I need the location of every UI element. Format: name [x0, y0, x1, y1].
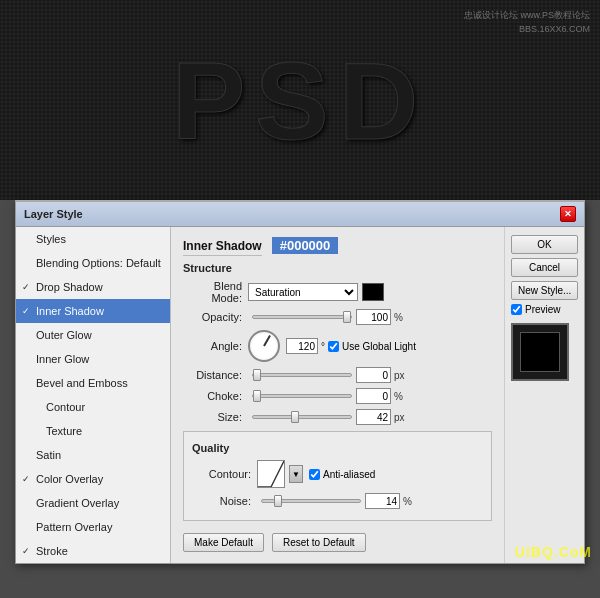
- right-panel: OK Cancel New Style... Preview: [504, 227, 584, 563]
- preview-label-text: Preview: [525, 304, 561, 315]
- anti-aliased-text: Anti-aliased: [323, 469, 375, 480]
- distance-input[interactable]: [356, 367, 391, 383]
- blend-mode-select[interactable]: Saturation Normal Multiply: [248, 283, 358, 301]
- contour-label: Contour:: [192, 468, 257, 480]
- choke-slider[interactable]: [252, 394, 352, 398]
- sidebar-item-styles[interactable]: Styles: [16, 227, 170, 251]
- dialog-titlebar: Layer Style ✕: [16, 202, 584, 227]
- choke-row: Choke: %: [183, 388, 492, 404]
- opacity-thumb[interactable]: [343, 311, 351, 323]
- noise-row: Noise: %: [192, 493, 483, 509]
- quality-title: Quality: [192, 442, 483, 454]
- size-label: Size:: [183, 411, 248, 423]
- angle-label: Angle:: [183, 340, 248, 352]
- distance-thumb[interactable]: [253, 369, 261, 381]
- sidebar-item-color-overlay[interactable]: Color Overlay: [16, 467, 170, 491]
- choke-label: Choke:: [183, 390, 248, 402]
- reset-default-button[interactable]: Reset to Default: [272, 533, 366, 552]
- size-unit: px: [394, 412, 405, 423]
- svg-rect-0: [258, 461, 284, 487]
- layer-style-dialog: Layer Style ✕ Styles Blending Options: D…: [15, 200, 585, 564]
- preview-checkbox[interactable]: [511, 304, 522, 315]
- size-thumb[interactable]: [291, 411, 299, 423]
- dial-line: [263, 335, 271, 346]
- sidebar-item-gradient-overlay[interactable]: Gradient Overlay: [16, 491, 170, 515]
- noise-label: Noise:: [192, 495, 257, 507]
- noise-input[interactable]: [365, 493, 400, 509]
- preview-checkbox-label[interactable]: Preview: [511, 304, 578, 315]
- choke-input[interactable]: [356, 388, 391, 404]
- preview-swatch-inner: [520, 332, 560, 372]
- opacity-unit: %: [394, 312, 403, 323]
- distance-unit: px: [394, 370, 405, 381]
- opacity-slider[interactable]: [252, 315, 352, 319]
- contour-svg: [258, 461, 284, 487]
- dialog-wrapper: Layer Style ✕ Styles Blending Options: D…: [0, 200, 600, 564]
- size-input[interactable]: [356, 409, 391, 425]
- contour-dropdown-arrow[interactable]: ▼: [289, 465, 303, 483]
- choke-unit: %: [394, 391, 403, 402]
- degree-symbol: °: [321, 341, 325, 352]
- sidebar-item-drop-shadow[interactable]: Drop Shadow: [16, 275, 170, 299]
- sidebar-item-stroke[interactable]: Stroke: [16, 539, 170, 563]
- quality-section: Quality Contour: ▼: [183, 431, 492, 521]
- global-light-checkbox[interactable]: [328, 341, 339, 352]
- preview-psd-text: PSD: [172, 37, 428, 164]
- choke-thumb[interactable]: [253, 390, 261, 402]
- blend-color-swatch[interactable]: [362, 283, 384, 301]
- watermark-top: 忠诚设计论坛 www.PS教程论坛 BBS.16XX6.COM: [464, 8, 590, 36]
- hex-badge: #000000: [272, 237, 339, 254]
- dialog-body: Styles Blending Options: Default Drop Sh…: [16, 227, 584, 563]
- sidebar-item-inner-shadow[interactable]: Inner Shadow: [16, 299, 170, 323]
- cancel-button[interactable]: Cancel: [511, 258, 578, 277]
- size-slider[interactable]: [252, 415, 352, 419]
- distance-row: Distance: px: [183, 367, 492, 383]
- close-button[interactable]: ✕: [560, 206, 576, 222]
- center-panel: Inner Shadow #000000 Structure Blend Mod…: [171, 227, 504, 563]
- structure-title: Structure: [183, 262, 492, 274]
- noise-slider[interactable]: [261, 499, 361, 503]
- watermark-bottom: UiBQ.CoM: [515, 544, 592, 560]
- angle-input[interactable]: [286, 338, 318, 354]
- size-row: Size: px: [183, 409, 492, 425]
- preview-area: 忠诚设计论坛 www.PS教程论坛 BBS.16XX6.COM PSD: [0, 0, 600, 200]
- contour-row: Contour: ▼ Anti-aliased: [192, 460, 483, 488]
- sidebar-item-bevel-emboss[interactable]: Bevel and Emboss: [16, 371, 170, 395]
- sidebar-item-inner-glow[interactable]: Inner Glow: [16, 347, 170, 371]
- sidebar-item-blending[interactable]: Blending Options: Default: [16, 251, 170, 275]
- dial-container: ° Use Global Light: [248, 330, 416, 362]
- distance-label: Distance:: [183, 369, 248, 381]
- noise-unit: %: [403, 496, 412, 507]
- contour-control: ▼ Anti-aliased: [257, 460, 375, 488]
- sidebar-item-satin[interactable]: Satin: [16, 443, 170, 467]
- angle-row: Angle: ° Use Global Light: [183, 330, 492, 362]
- sidebar-item-texture[interactable]: Texture: [16, 419, 170, 443]
- opacity-input[interactable]: [356, 309, 391, 325]
- distance-slider[interactable]: [252, 373, 352, 377]
- global-light-label[interactable]: Use Global Light: [328, 341, 416, 352]
- new-style-button[interactable]: New Style...: [511, 281, 578, 300]
- preview-swatch: [511, 323, 569, 381]
- sidebar-item-outer-glow[interactable]: Outer Glow: [16, 323, 170, 347]
- angle-dial[interactable]: [248, 330, 280, 362]
- left-panel: Styles Blending Options: Default Drop Sh…: [16, 227, 171, 563]
- contour-thumbnail[interactable]: [257, 460, 285, 488]
- anti-aliased-label[interactable]: Anti-aliased: [309, 469, 375, 480]
- blend-mode-label: Blend Mode:: [183, 280, 248, 304]
- sidebar-item-contour[interactable]: Contour: [16, 395, 170, 419]
- sidebar-item-pattern-overlay[interactable]: Pattern Overlay: [16, 515, 170, 539]
- ok-button[interactable]: OK: [511, 235, 578, 254]
- section-title: Inner Shadow: [183, 239, 262, 256]
- opacity-label: Opacity:: [183, 311, 248, 323]
- dialog-title: Layer Style: [24, 208, 83, 220]
- bottom-buttons: Make Default Reset to Default: [183, 529, 492, 552]
- noise-thumb[interactable]: [274, 495, 282, 507]
- opacity-row: Opacity: %: [183, 309, 492, 325]
- make-default-button[interactable]: Make Default: [183, 533, 264, 552]
- global-light-text: Use Global Light: [342, 341, 416, 352]
- blend-mode-row: Blend Mode: Saturation Normal Multiply: [183, 280, 492, 304]
- anti-aliased-checkbox[interactable]: [309, 469, 320, 480]
